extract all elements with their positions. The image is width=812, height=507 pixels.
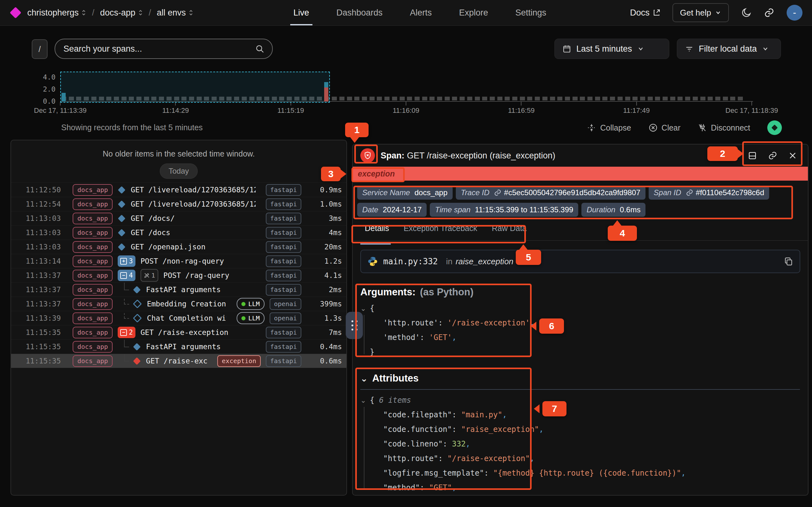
attributes-divider <box>360 389 800 390</box>
span-name: POST /non-rag-query <box>141 257 224 265</box>
time-selection-region[interactable] <box>60 72 330 103</box>
clear-icon <box>648 123 658 132</box>
hidden-spans-badge[interactable]: 1 <box>141 269 158 282</box>
metadata-label: Date <box>362 205 378 214</box>
table-row[interactable]: 11:12:54docs_appGET /livereload/12703636… <box>11 197 346 211</box>
collapse-button[interactable]: Collapse <box>587 123 631 132</box>
tab-exception-traceback[interactable]: Exception Traceback <box>403 224 477 240</box>
code-text: 'http.route': '/raise-exception', <box>383 319 535 327</box>
copy-link-icon[interactable] <box>768 151 777 160</box>
table-row[interactable]: 11:15:35docs_appFastAPI argumentsfastapi… <box>11 339 346 354</box>
metadata-pill: Service Namedocs_app <box>357 186 453 200</box>
detail-header-icons <box>748 151 797 160</box>
time-range-button[interactable]: Last 5 minutes <box>554 39 669 59</box>
activity-tick <box>685 97 690 101</box>
disconnect-button[interactable]: Disconnect <box>698 123 750 132</box>
activity-tick <box>144 97 149 101</box>
today-button[interactable]: Today <box>160 164 197 179</box>
table-row[interactable]: 11:12:50docs_appGET /livereload/12703636… <box>11 182 346 197</box>
tab-details[interactable]: Details <box>365 224 389 240</box>
tab-live[interactable]: Live <box>293 0 309 25</box>
table-row[interactable]: 11:13:37docs_app−41POST /rag-queryfastap… <box>11 268 346 282</box>
span-title: Span:GET /raise-exception (raise_excepti… <box>380 151 555 161</box>
activity-tick <box>422 97 427 101</box>
table-row[interactable]: 11:13:37docs_appFastAPI argumentsfastapi… <box>11 282 346 297</box>
org-selector[interactable]: christophergs <box>27 8 86 18</box>
span-name: GET /docs <box>131 228 170 237</box>
x-axis-tick-label: 11:15:19 <box>256 107 326 115</box>
table-row[interactable]: 11:13:14docs_app+3POST /non-rag-queryfas… <box>11 254 346 268</box>
source-location-box[interactable]: main.py:332 inraise_exception <box>360 250 800 273</box>
project-selector[interactable]: docs-app <box>100 8 143 18</box>
tab-raw-data[interactable]: Raw Data <box>492 224 527 240</box>
code-text: } <box>370 348 374 356</box>
y-axis-label: 4.0 <box>33 73 55 81</box>
table-row[interactable]: 11:15:35docs_appGET /raise-exception …ex… <box>11 354 346 368</box>
dark-mode-moon-icon[interactable] <box>741 7 752 18</box>
row-duration: 0.9ms <box>306 186 342 194</box>
activity-tick <box>99 97 104 101</box>
span-name: GET /raise-exception <box>141 328 229 337</box>
expand-collapse-badge[interactable]: −2 <box>118 327 136 338</box>
activity-tick <box>317 97 322 101</box>
search-input[interactable] <box>63 44 251 54</box>
docs-link[interactable]: Docs <box>630 8 660 18</box>
metadata-label: Trace ID <box>461 188 490 197</box>
code-line: } <box>360 345 808 359</box>
table-row[interactable]: 11:13:03docs_appGET /docs/fastapi3ms <box>11 211 346 225</box>
x-axis-tick-label: 11:14:29 <box>141 107 210 115</box>
metadata-value: 2024-12-17 <box>383 205 422 214</box>
filter-icon <box>685 44 694 53</box>
share-link-icon[interactable] <box>764 7 774 18</box>
live-connection-status[interactable] <box>767 120 782 135</box>
avatar-text: - <box>793 7 796 18</box>
row-duration: 0.6ms <box>306 357 342 365</box>
collapse-chevron-icon[interactable]: ⌄ <box>360 396 370 404</box>
collapse-chevron-icon[interactable]: ⌄ <box>360 304 370 313</box>
llm-badge: LLM <box>237 312 264 324</box>
activity-tick <box>159 97 164 101</box>
activity-tick <box>467 97 472 101</box>
tab-explore[interactable]: Explore <box>459 0 488 25</box>
framework-tag: fastapi <box>266 241 301 253</box>
copy-icon[interactable] <box>784 257 793 266</box>
tab-dashboards[interactable]: Dashboards <box>337 0 383 25</box>
close-icon[interactable] <box>788 151 797 160</box>
expand-collapse-badge[interactable]: −4 <box>118 270 136 281</box>
child-count: 2 <box>129 329 133 336</box>
service-badge: docs_app <box>72 256 113 267</box>
table-row[interactable]: 11:15:35docs_app−2GET /raise-exceptionfa… <box>11 325 346 339</box>
table-row[interactable]: 11:13:37docs_appEmbedding Creation wit…L… <box>11 297 346 311</box>
tab-settings[interactable]: Settings <box>515 0 547 25</box>
activity-tick <box>362 97 367 101</box>
code-line: 'http.route': '/raise-exception', <box>360 316 808 330</box>
dock-panel-icon[interactable] <box>748 151 757 160</box>
row-timestamp: 11:13:03 <box>26 214 67 222</box>
code-text: "http.route": "/raise-exception", <box>383 454 535 463</box>
span-name: GET /docs/ <box>131 214 174 222</box>
metadata-value: 11:15:35.399 to 11:15:35.399 <box>475 205 573 214</box>
tab-alerts[interactable]: Alerts <box>410 0 432 25</box>
row-duration: 4ms <box>306 228 342 237</box>
attributes-title[interactable]: ⌄ Attributes <box>360 373 808 384</box>
row-duration: 3ms <box>306 214 342 222</box>
activity-tick <box>708 97 713 101</box>
framework-tag: fastapi <box>266 270 301 281</box>
org-name: christophergs <box>27 8 79 18</box>
service-badge: docs_app <box>72 213 113 224</box>
table-row[interactable]: 11:13:03docs_appGET /openapi.jsonfastapi… <box>11 239 346 254</box>
table-row[interactable]: 11:13:39docs_appChat Completion with '…L… <box>11 311 346 325</box>
activity-tick <box>520 97 525 101</box>
span-name: FastAPI arguments <box>146 343 220 351</box>
env-selector[interactable]: all envs <box>157 8 194 18</box>
panel-resize-handle[interactable] <box>346 312 363 339</box>
clear-button[interactable]: Clear <box>648 123 681 132</box>
row-duration: 1.0ms <box>306 200 342 208</box>
filter-local-data-button[interactable]: Filter local data <box>677 39 781 59</box>
expand-collapse-badge[interactable]: +3 <box>118 256 136 267</box>
table-row[interactable]: 11:13:03docs_appGET /docsfastapi4ms <box>11 225 346 239</box>
activity-tick <box>693 97 698 101</box>
user-avatar[interactable]: - <box>786 5 803 20</box>
get-help-button[interactable]: Get help <box>672 3 729 22</box>
logfire-logo-icon[interactable] <box>10 7 21 19</box>
